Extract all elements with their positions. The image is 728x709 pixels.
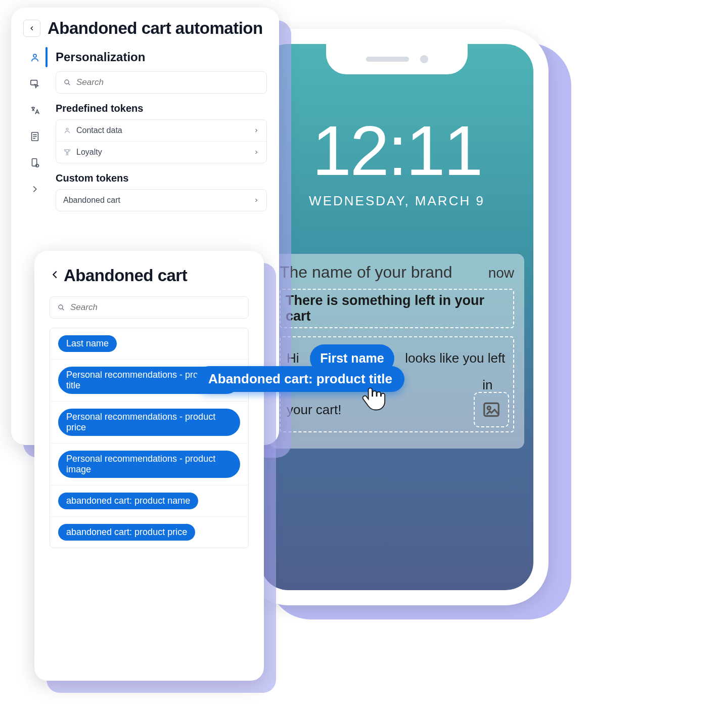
token-abandoned-cart[interactable]: Abandoned cart xyxy=(56,190,266,211)
push-notification: The name of your brand now There is some… xyxy=(269,254,524,449)
svg-point-9 xyxy=(59,305,63,309)
rail-translate[interactable] xyxy=(29,105,40,118)
chevron-right-icon xyxy=(253,197,259,203)
tag[interactable]: Personal recommendations - product price xyxy=(58,409,240,436)
custom-list: Abandoned cart xyxy=(56,189,267,211)
notification-time: now xyxy=(488,265,514,281)
person-outline-icon xyxy=(63,126,71,135)
device-gear-icon xyxy=(29,157,40,168)
svg-point-2 xyxy=(33,54,36,57)
tag[interactable]: abandoned cart: product price xyxy=(58,524,195,541)
rail-device-settings[interactable] xyxy=(29,157,40,170)
token-contact-data[interactable]: Contact data xyxy=(56,120,266,142)
search-icon xyxy=(57,303,65,312)
pointer-icon xyxy=(29,78,40,90)
tag[interactable]: Personal recommendations - product image xyxy=(58,451,240,478)
rail-click[interactable] xyxy=(29,78,40,92)
subpanel-search-field[interactable] xyxy=(70,302,236,313)
search-field[interactable] xyxy=(76,77,253,87)
search-icon xyxy=(63,78,71,86)
dragging-token[interactable]: Abandoned cart: product title xyxy=(196,366,404,392)
notification-image-placeholder[interactable] xyxy=(474,392,509,427)
image-icon xyxy=(482,400,501,419)
svg-point-8 xyxy=(66,128,68,130)
custom-heading: Custom tokens xyxy=(56,172,267,184)
section-heading: Personalization xyxy=(56,50,267,64)
chevron-right-icon xyxy=(253,127,259,134)
chevron-right-icon xyxy=(253,149,259,155)
rail-personalization[interactable] xyxy=(29,52,40,65)
lock-time: 12:11 xyxy=(260,110,533,192)
notification-title-area[interactable]: There is something left in your cart xyxy=(280,289,514,328)
tag-row[interactable]: Last name xyxy=(50,328,248,360)
chevron-right-icon xyxy=(29,184,40,195)
tag-row[interactable]: Personal recommendations - product image xyxy=(50,444,248,485)
tag[interactable]: abandoned cart: product name xyxy=(58,493,198,509)
back-button[interactable] xyxy=(23,20,40,37)
tag-row[interactable]: abandoned cart: product price xyxy=(50,517,248,548)
svg-point-1 xyxy=(487,407,490,410)
tag-row[interactable]: Personal recommendations - product price xyxy=(50,402,248,444)
trophy-icon xyxy=(63,148,71,156)
svg-rect-3 xyxy=(31,80,37,85)
token-label: Loyalty xyxy=(76,148,102,157)
token-label: Abandoned cart xyxy=(63,196,120,205)
translate-icon xyxy=(29,105,40,116)
document-icon xyxy=(29,131,40,142)
tag[interactable]: Last name xyxy=(58,335,117,352)
sub-back-button[interactable] xyxy=(50,269,61,282)
person-icon xyxy=(29,52,40,63)
tag-row[interactable]: abandoned cart: product name xyxy=(50,485,248,517)
active-rail-indicator xyxy=(46,47,48,67)
abandoned-cart-panel: Abandoned cart Last name Personal recomm… xyxy=(34,251,264,681)
panel-title: Abandoned cart automation xyxy=(48,19,263,38)
rail-template[interactable] xyxy=(29,131,40,144)
predefined-list: Contact data Loyalty xyxy=(56,119,267,163)
phone-screen: 12:11 WEDNESDAY, MARCH 9 The name of you… xyxy=(260,44,533,590)
cursor-hand-icon xyxy=(358,383,388,414)
token-label: Contact data xyxy=(76,126,122,135)
svg-point-6 xyxy=(36,164,39,167)
phone-notch xyxy=(326,44,468,74)
subpanel-title: Abandoned cart xyxy=(64,266,187,285)
rail-expand[interactable] xyxy=(29,184,40,197)
tag-list: Last name Personal recommendations - pro… xyxy=(50,328,249,548)
token-loyalty[interactable]: Loyalty xyxy=(56,142,266,163)
search-input[interactable] xyxy=(56,71,267,94)
predefined-heading: Predefined tokens xyxy=(56,103,267,114)
body-text-mid: looks like you left xyxy=(405,350,505,366)
svg-point-7 xyxy=(65,80,69,84)
chevron-left-icon xyxy=(50,269,61,280)
subpanel-search[interactable] xyxy=(50,296,249,319)
lock-date: WEDNESDAY, MARCH 9 xyxy=(260,193,533,209)
notification-brand: The name of your brand xyxy=(280,263,452,282)
notification-title: There is something left in your cart xyxy=(286,293,508,324)
